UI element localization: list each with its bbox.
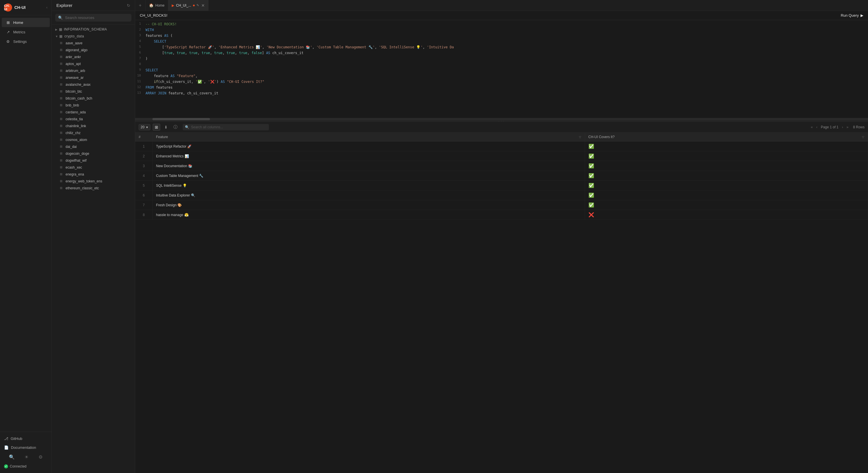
table-icon: ⊞ [60, 41, 64, 45]
theme-icon-btn[interactable]: ☀ [25, 454, 29, 460]
tab-home[interactable]: 🏠 Home [146, 0, 168, 11]
column-search-input[interactable] [191, 125, 267, 129]
rows-per-page-chevron: ▼ [146, 126, 148, 129]
explorer-refresh-button[interactable]: ↻ [127, 3, 130, 8]
nav-item-home[interactable]: ⊞ Home [2, 18, 50, 27]
table-celestia-tia[interactable]: ⊞ celestia_tia ⋮ [52, 116, 135, 123]
table-icon: ⊞ [60, 83, 64, 87]
table-header: # Feature ▽ CH-UI Covers It? ▽ [135, 132, 868, 142]
feature-filter-icon[interactable]: ▽ [579, 136, 581, 139]
table-ankr-ankr[interactable]: ⊞ ankr_ankr ⋮ [52, 54, 135, 60]
table-dogwifhat-wif[interactable]: ⊞ dogwifhat_wif ⋮ [52, 157, 135, 164]
col-covers-label: CH-UI Covers It? [588, 135, 615, 139]
rows-per-page-select[interactable]: 20 ▼ [138, 124, 150, 130]
table-dogecoin-doge[interactable]: ⊞ dogecoin_doge ⋮ [52, 150, 135, 157]
line-content: ) [146, 56, 868, 61]
download-button[interactable]: ⬇ [162, 124, 169, 130]
search-icon: 🔍 [58, 16, 63, 20]
github-link[interactable]: ⎇ GitHub [0, 434, 52, 443]
table-enegra-ena[interactable]: ⊞ enegra_ena ⋮ [52, 171, 135, 178]
schema-crypto-name: crypto_data [64, 34, 127, 38]
scrollbar-thumb[interactable] [152, 118, 210, 120]
table-cardano-ada[interactable]: ⊞ cardano_ada ⋮ [52, 109, 135, 116]
table-icon: ⊞ [60, 158, 64, 162]
cell-id: 2 [135, 151, 152, 161]
config-icon-btn[interactable]: ⚙ [38, 454, 42, 460]
info-button[interactable]: ⓘ [172, 124, 179, 130]
col-id-label: # [138, 135, 141, 139]
table-icon: ⊞ [60, 145, 64, 149]
table-dai-dai[interactable]: ⊞ dai_dai ⋮ [52, 143, 135, 150]
covers-filter-icon[interactable]: ▽ [862, 136, 864, 139]
horizontal-scrollbar[interactable] [135, 118, 868, 120]
code-line-6: 6 [true, true, true, true, true, true, t… [135, 50, 868, 56]
table-bnb-bnb[interactable]: ⊞ bnb_bnb ⋮ [52, 102, 135, 109]
table-bitcoin-cash-bch[interactable]: ⊞ bitcoin_cash_bch ⋮ [52, 95, 135, 102]
next-page-button[interactable]: › [841, 125, 844, 130]
schema-crypto-data[interactable]: ▼ ▦ crypto_data ⋮ [52, 33, 135, 40]
run-query-button[interactable]: Run Query ▶ [841, 13, 863, 18]
tab-ch-ui[interactable]: ▶ CH_UI_... ✎ ✕ [168, 0, 209, 11]
table-arweave-ar[interactable]: ⊞ arweave_ar ⋮ [52, 74, 135, 81]
cell-covers: ✅ [585, 151, 868, 161]
table-name: ecash_xec [66, 166, 127, 170]
cell-covers: ✅ [585, 161, 868, 171]
cell-id: 8 [135, 210, 152, 220]
table-ethereum-classic-etc[interactable]: ⊞ ethereum_classic_etc ⋮ [52, 185, 135, 191]
line-number: 5 [135, 45, 146, 49]
connection-label: Connected [10, 464, 27, 468]
table-icon: ⊞ [60, 124, 64, 128]
sidebar-collapse-button[interactable]: ‹ [46, 5, 48, 9]
tab-close-button[interactable]: ✕ [201, 3, 205, 8]
table-chainlink-link[interactable]: ⊞ chainlink_link ⋮ [52, 123, 135, 129]
table-aptos-apt[interactable]: ⊞ aptos_apt ⋮ [52, 60, 135, 67]
table-ecash-xec[interactable]: ⊞ ecash_xec ⋮ [52, 164, 135, 171]
code-editor[interactable]: 1 -- CH-UI ROCKS! 2 WITH 3 features AS (… [135, 20, 868, 118]
main-panel: + 🏠 Home ▶ CH_UI_... ✎ ✕ CH_UI_ROCKS! Ru… [135, 0, 868, 473]
nav-item-settings[interactable]: ⚙ Settings [2, 37, 50, 46]
table-name: bnb_bnb [66, 103, 127, 107]
cell-feature: hassle to manage 😤 [152, 210, 585, 220]
table-arbitrum-arb[interactable]: ⊞ arbitrum_arb ⋮ [52, 67, 135, 74]
table-icon: ⊞ [60, 62, 64, 66]
table-chiliz-chz[interactable]: ⊞ chiliz_chz ⋮ [52, 129, 135, 137]
run-query-icon: ▶ [861, 13, 863, 18]
table-row: 1 TypeScript Refactor 🚀 ✅ [135, 142, 868, 151]
table-name: cosmos_atom [66, 138, 127, 142]
table-cosmos-atom[interactable]: ⊞ cosmos_atom ⋮ [52, 137, 135, 143]
line-content: ARRAY JOIN feature, ch_ui_covers_it [146, 91, 868, 96]
table-bitcoin-btc[interactable]: ⊞ bitcoin_btc ⋮ [52, 88, 135, 95]
line-number: 1 [135, 22, 146, 26]
new-tab-button[interactable]: + [135, 0, 146, 11]
table-aave-aave[interactable]: ⊞ aave_aave ⋮ [52, 40, 135, 47]
table-row: 5 SQL IntelliSense 💡 ✅ [135, 181, 868, 190]
table-icon: ⊞ [60, 48, 64, 52]
table-name: ankr_ankr [66, 55, 127, 59]
connection-status: Connected [0, 462, 52, 471]
last-page-button[interactable]: » [845, 125, 849, 130]
table-energy-web-token-ens[interactable]: ⊞ energy_web_token_ens ⋮ [52, 178, 135, 185]
table-name: cardano_ada [66, 110, 127, 114]
line-content: SELECT [146, 39, 868, 44]
col-header-covers: CH-UI Covers It? ▽ [585, 132, 868, 142]
prev-page-button[interactable]: ‹ [815, 125, 818, 130]
table-name: energy_web_token_ens [66, 179, 127, 183]
documentation-link[interactable]: 📄 Documentation [0, 443, 52, 452]
search-resources-input[interactable] [65, 16, 129, 20]
sidebar-bottom: ⎇ GitHub 📄 Documentation 🔍 ☀ ⚙ Connected [0, 432, 52, 473]
grid-view-button[interactable]: ⊞ [153, 124, 160, 130]
check-red-icon: ❌ [588, 212, 594, 217]
search-icon-btn[interactable]: 🔍 [9, 454, 15, 460]
cell-covers: ✅ [585, 200, 868, 210]
column-search-wrap: 🔍 [183, 124, 269, 130]
first-page-button[interactable]: « [810, 125, 814, 130]
tab-edit-icon[interactable]: ✎ [196, 3, 199, 7]
nav-item-metrics[interactable]: ↗ Metrics [2, 27, 50, 36]
schema-name: INFORMATION_SCHEMA [64, 27, 127, 31]
table-algorand-algo[interactable]: ⊞ algorand_algo ⋮ [52, 47, 135, 54]
table-avalanche-avax[interactable]: ⊞ avalanche_avax ⋮ [52, 81, 135, 88]
schema-information-schema[interactable]: ▶ ▦ INFORMATION_SCHEMA ⋮ [52, 26, 135, 33]
check-green-icon: ✅ [588, 164, 594, 168]
schema-db-icon: ▦ [59, 27, 62, 31]
tabs-bar: + 🏠 Home ▶ CH_UI_... ✎ ✕ [135, 0, 868, 11]
